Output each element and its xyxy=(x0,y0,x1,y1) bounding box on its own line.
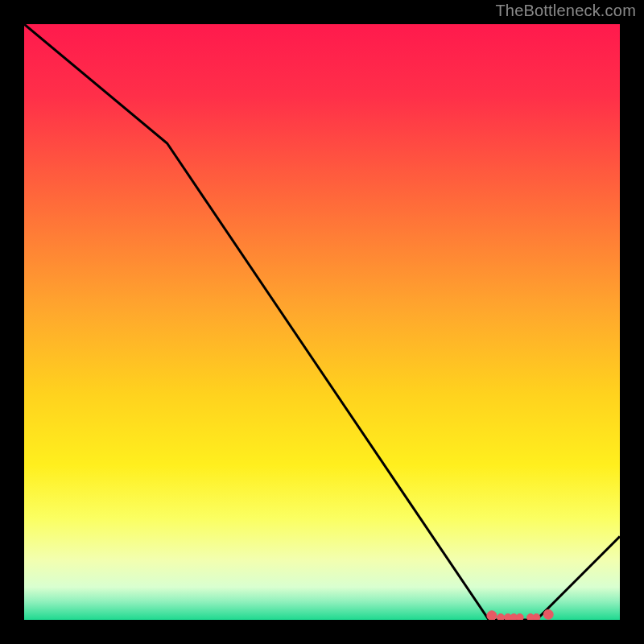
chart-frame: TheBottleneck.com xyxy=(0,0,644,644)
optimal-marker xyxy=(497,614,505,621)
attribution-text: TheBottleneck.com xyxy=(495,2,636,20)
optimal-marker xyxy=(487,611,497,620)
optimal-marker xyxy=(516,614,523,621)
optimal-marker xyxy=(543,609,553,619)
optimal-marker xyxy=(533,614,540,621)
bottleneck-chart xyxy=(24,24,620,620)
plot-area xyxy=(24,24,620,620)
heat-gradient-background xyxy=(24,24,620,620)
